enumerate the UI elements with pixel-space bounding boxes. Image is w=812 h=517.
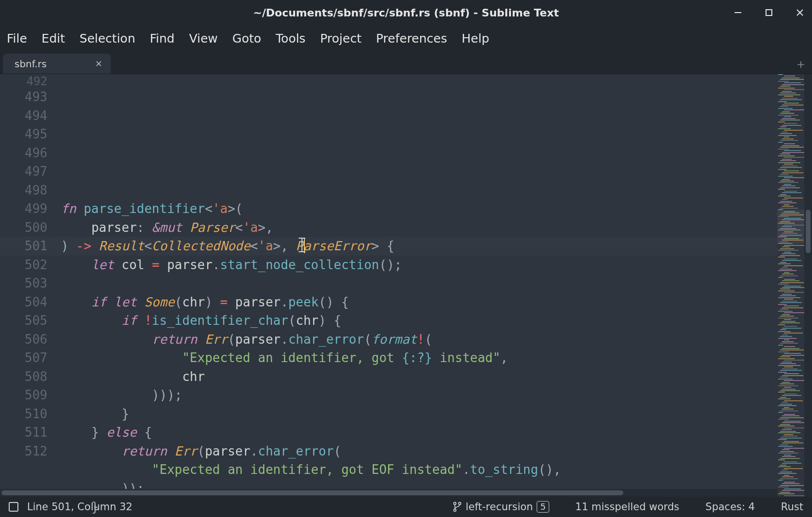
code-view[interactable]: fn parse_identifier<'a>( parser: &mut Pa… [61, 74, 777, 497]
line-number: 511 [0, 423, 47, 442]
code-line: return Err(parser.char_error( [61, 442, 777, 461]
menu-goto[interactable]: Goto [232, 31, 261, 46]
menu-project[interactable]: Project [320, 31, 361, 46]
code-line: fn parse_identifier<'a>( [61, 199, 777, 218]
code-line: "Expected an identifier, got EOF instead… [61, 460, 777, 479]
line-number: 508 [0, 367, 47, 386]
line-number: 509 [0, 386, 47, 405]
line-number: 495 [0, 125, 47, 144]
line-number: 512 [0, 442, 47, 461]
code-line: } [61, 405, 777, 424]
code-line [61, 187, 777, 199]
window-title: ~/Documents/sbnf/src/sbnf.rs (sbnf) - Su… [253, 7, 559, 19]
menu-preferences[interactable]: Preferences [376, 31, 447, 46]
close-button[interactable] [794, 6, 806, 19]
line-number: 506 [0, 330, 47, 349]
editor-area: 492 493 494 495 496 497 498 499 500 501 … [0, 74, 812, 497]
line-number: 510 [0, 405, 47, 424]
code-line: return Err(parser.char_error(format!( [61, 330, 777, 349]
tab-sbnf-rs[interactable]: sbnf.rs ✕ [3, 54, 111, 74]
line-number: 502 [0, 256, 47, 274]
line-number: 503 [0, 274, 47, 293]
line-number: 507 [0, 349, 47, 367]
menu-selection[interactable]: Selection [79, 31, 135, 46]
line-number: 505 [0, 311, 47, 330]
menu-bar: File Edit Selection Find View Goto Tools… [0, 25, 812, 52]
code-line: ))); [61, 386, 777, 405]
scrollbar-thumb[interactable] [1, 490, 623, 495]
menu-view[interactable]: View [189, 31, 218, 46]
vertical-scrollbar[interactable] [804, 74, 812, 497]
horizontal-scrollbar[interactable] [0, 489, 777, 497]
maximize-button[interactable] [763, 6, 775, 19]
line-number: 493 [0, 88, 47, 106]
code-line: if let Some(chr) = parser.peek() { [61, 293, 777, 312]
code-line: } [61, 498, 777, 517]
line-number: 504 [0, 293, 47, 312]
svg-rect-1 [766, 10, 772, 15]
new-tab-button[interactable]: ＋ [795, 56, 807, 73]
minimap[interactable] [777, 74, 804, 497]
tab-bar: sbnf.rs ✕ ＋ [0, 52, 812, 74]
line-number: 496 [0, 144, 47, 163]
code-line: let col = parser.start_node_collection()… [61, 256, 777, 274]
line-number: 499 [0, 199, 47, 218]
text-caret [304, 238, 305, 253]
panel-toggle-icon[interactable] [9, 502, 18, 512]
menu-help[interactable]: Help [462, 31, 489, 46]
line-number: 498 [0, 181, 47, 200]
line-number-gutter[interactable]: 492 493 494 495 496 497 498 499 500 501 … [0, 74, 61, 497]
window-controls [732, 0, 806, 25]
menu-tools[interactable]: Tools [276, 31, 306, 46]
code-line: } else { [61, 423, 777, 442]
tab-label: sbnf.rs [15, 58, 46, 70]
minimize-button[interactable] [732, 6, 744, 19]
syntax-selector[interactable]: Rust [781, 501, 803, 513]
code-line: ) -> Result<CollectedNode<'a>, ParseErro… [61, 237, 777, 256]
line-number: 501 [0, 237, 47, 256]
line-number: 494 [0, 106, 47, 125]
menu-file[interactable]: File [7, 31, 27, 46]
title-bar: ~/Documents/sbnf/src/sbnf.rs (sbnf) - Su… [0, 0, 812, 25]
line-number: 492 [0, 75, 47, 88]
scrollbar-thumb[interactable] [806, 210, 811, 253]
code-line [61, 274, 777, 293]
code-line: chr [61, 367, 777, 386]
menu-find[interactable]: Find [150, 31, 174, 46]
code-line: "Expected an identifier, got {:?} instea… [61, 349, 777, 367]
line-number: 500 [0, 218, 47, 237]
code-line: if !is_identifier_char(chr) { [61, 311, 777, 330]
code-line: parser: &mut Parser<'a>, [61, 218, 777, 237]
menu-edit[interactable]: Edit [42, 31, 65, 46]
line-number: 497 [0, 162, 47, 181]
close-icon[interactable]: ✕ [95, 59, 102, 69]
